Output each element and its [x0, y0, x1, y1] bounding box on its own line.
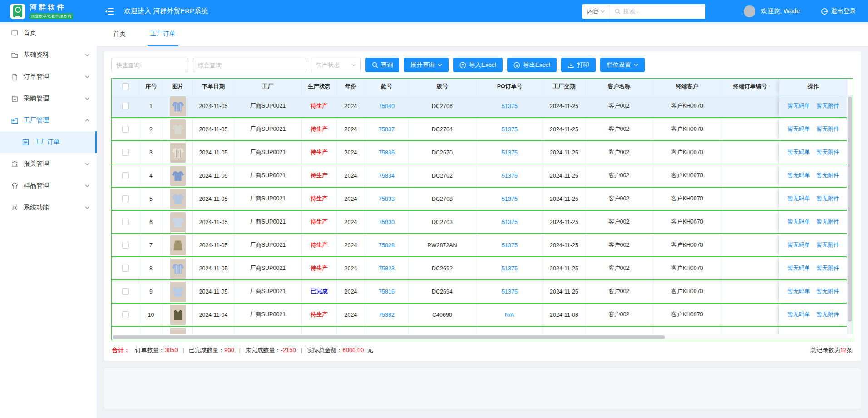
- product-image[interactable]: [170, 305, 186, 325]
- sidebar-item-sample-management[interactable]: 样品管理: [0, 175, 97, 197]
- no-attachment-link[interactable]: 暂无附件: [817, 288, 839, 295]
- no-attachment-link[interactable]: 暂无附件: [817, 311, 839, 318]
- style-no-link[interactable]: 75840: [379, 103, 395, 109]
- row-checkbox[interactable]: [122, 219, 129, 225]
- status-badge: 待生产: [311, 311, 328, 318]
- row-checkbox[interactable]: [122, 288, 129, 295]
- select-all-checkbox[interactable]: [122, 83, 129, 90]
- search-icon: [615, 8, 621, 15]
- style-no-link[interactable]: 75816: [379, 289, 395, 295]
- no-size-sheet-link[interactable]: 暂无码单: [788, 125, 810, 133]
- export-excel-button[interactable]: 导出Excel: [507, 58, 557, 72]
- product-image[interactable]: [170, 282, 186, 302]
- sidebar-item-home[interactable]: 首页: [0, 22, 97, 44]
- sidebar-item-purchase-management[interactable]: 采购管理: [0, 88, 97, 109]
- vertical-scrollbar[interactable]: [847, 95, 853, 334]
- sidebar-item-order-management[interactable]: 订单管理: [0, 66, 97, 88]
- no-size-sheet-link[interactable]: 暂无码单: [788, 311, 810, 318]
- logo-icon: [10, 4, 25, 19]
- no-size-sheet-link[interactable]: 暂无码单: [788, 149, 810, 156]
- no-size-sheet-link[interactable]: 暂无码单: [788, 102, 810, 110]
- style-no-link[interactable]: 75382: [379, 312, 395, 318]
- product-image[interactable]: [170, 189, 186, 209]
- row-checkbox[interactable]: [122, 195, 129, 202]
- vertical-scrollbar-thumb[interactable]: [848, 97, 852, 322]
- style-no-link[interactable]: 75834: [379, 173, 395, 179]
- row-checkbox[interactable]: [122, 126, 129, 133]
- style-no-link[interactable]: 75823: [379, 265, 395, 272]
- row-seq: 8: [139, 257, 163, 279]
- style-no-link[interactable]: 75828: [379, 242, 395, 249]
- no-size-sheet-link[interactable]: 暂无码单: [788, 195, 810, 203]
- production-status-select[interactable]: 生产状态: [311, 58, 361, 72]
- product-image[interactable]: [170, 96, 186, 116]
- avatar[interactable]: [744, 5, 755, 17]
- po-no-link[interactable]: 51375: [502, 173, 518, 179]
- combined-search-input[interactable]: [193, 58, 306, 72]
- no-size-sheet-link[interactable]: 暂无码单: [788, 172, 810, 179]
- year: 2024: [337, 164, 365, 187]
- po-no-link[interactable]: 51375: [502, 242, 518, 249]
- no-attachment-link[interactable]: 暂无附件: [817, 241, 839, 249]
- tab-home[interactable]: 首页: [110, 22, 128, 46]
- no-size-sheet-link[interactable]: 暂无码单: [788, 264, 810, 272]
- row-checkbox[interactable]: [122, 242, 129, 249]
- horizontal-scrollbar[interactable]: [112, 334, 848, 340]
- po-no-link[interactable]: 51375: [502, 103, 518, 109]
- no-size-sheet-link[interactable]: 暂无码单: [788, 288, 810, 295]
- product-image[interactable]: [170, 119, 186, 139]
- product-image[interactable]: [170, 212, 186, 232]
- product-image[interactable]: [170, 235, 186, 255]
- sidebar-item-system-functions[interactable]: 系统功能: [0, 197, 97, 219]
- product-image[interactable]: [170, 259, 186, 279]
- sidebar-item-factory-orders[interactable]: 工厂订单: [0, 131, 97, 153]
- po-no-link[interactable]: N/A: [505, 312, 514, 318]
- query-button[interactable]: 查询: [365, 58, 399, 72]
- expand-query-button[interactable]: 展开查询: [404, 58, 449, 72]
- no-attachment-link[interactable]: 暂无附件: [817, 149, 839, 156]
- po-no-link[interactable]: 51375: [502, 289, 518, 295]
- search-category-select[interactable]: 内容: [582, 4, 610, 19]
- collapse-sidebar-button[interactable]: [105, 8, 114, 15]
- sidebar-item-basic-data[interactable]: 基础资料: [0, 44, 97, 66]
- style-no-link[interactable]: 75830: [379, 219, 395, 225]
- factory-delivery-date: 2024-11-08: [543, 304, 585, 326]
- po-no-link[interactable]: 51375: [502, 219, 518, 225]
- row-checkbox[interactable]: [122, 311, 129, 318]
- style-no-link[interactable]: 75833: [379, 196, 395, 202]
- no-size-sheet-link[interactable]: 暂无码单: [788, 218, 810, 226]
- style-no-link[interactable]: 75837: [379, 126, 395, 133]
- no-attachment-link[interactable]: 暂无附件: [817, 125, 839, 133]
- tab-factory-orders[interactable]: 工厂订单: [148, 22, 178, 46]
- sidebar-item-factory-management[interactable]: 工厂管理: [0, 109, 97, 131]
- po-no-link[interactable]: 51375: [502, 149, 518, 156]
- logo-subtitle: 企业数字化软件服务商: [30, 13, 73, 19]
- product-image[interactable]: [170, 166, 186, 186]
- logout-button[interactable]: 退出登录: [821, 7, 856, 15]
- import-excel-button[interactable]: 导入Excel: [453, 58, 503, 72]
- style-no-link[interactable]: 75836: [379, 149, 395, 156]
- no-attachment-link[interactable]: 暂无附件: [817, 172, 839, 179]
- no-size-sheet-link[interactable]: 暂无码单: [788, 241, 810, 249]
- column-settings-button[interactable]: 栏位设置: [600, 58, 645, 72]
- sidebar-item-customs-management[interactable]: 报关管理: [0, 153, 97, 175]
- po-no-link[interactable]: 51375: [502, 265, 518, 272]
- no-attachment-link[interactable]: 暂无附件: [817, 102, 839, 110]
- product-image[interactable]: [170, 143, 186, 163]
- factory-delivery-date: 2024-11-25: [543, 95, 585, 117]
- no-attachment-link[interactable]: 暂无附件: [817, 264, 839, 272]
- table-row: 72024-11-05厂商SUP0021待生产202475828PW2872AN…: [112, 234, 848, 257]
- no-attachment-link[interactable]: 暂无附件: [817, 218, 839, 226]
- po-no-link[interactable]: 51375: [502, 126, 518, 133]
- row-checkbox[interactable]: [122, 172, 129, 179]
- print-button[interactable]: 打印: [561, 58, 596, 72]
- po-no-link[interactable]: 51375: [502, 196, 518, 202]
- quick-search-input[interactable]: [111, 58, 188, 72]
- row-checkbox[interactable]: [122, 149, 129, 156]
- row-checkbox[interactable]: [122, 103, 129, 109]
- no-attachment-link[interactable]: 暂无附件: [817, 195, 839, 203]
- horizontal-scrollbar-thumb[interactable]: [113, 335, 665, 339]
- row-checkbox[interactable]: [122, 265, 129, 272]
- search-input[interactable]: [623, 8, 701, 15]
- column-header-factory: 工厂: [234, 79, 302, 95]
